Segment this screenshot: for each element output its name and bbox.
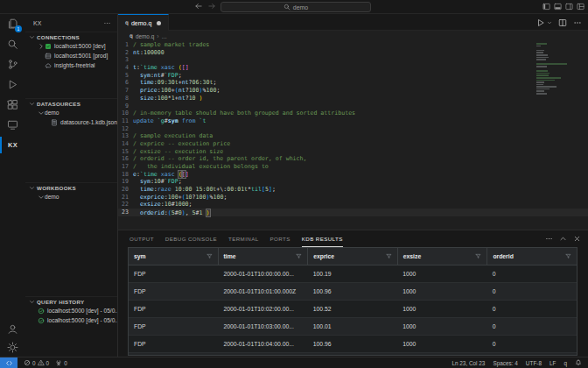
tab-demo-q[interactable]: q demo.q [118, 14, 169, 31]
activity-item-account[interactable] [0, 320, 25, 338]
filter-icon[interactable] [296, 253, 302, 259]
column-header-exprice[interactable]: exprice [307, 248, 397, 265]
code-line-20[interactable]: 20 time:raze 10:00 15:00t+\:00:01t*til[5… [118, 186, 588, 194]
code-line-8[interactable]: 8 size:100*1+nt?10 ) [118, 95, 588, 103]
layout-controls [542, 3, 584, 11]
tree-item[interactable]: demo [25, 192, 117, 202]
code-line-15[interactable]: 15/ exsize -- execution size [118, 148, 588, 156]
tree-item[interactable]: localhost:5001 [prod] [25, 51, 117, 60]
code-line-11[interactable]: 11update `g#sym from `t [118, 117, 588, 125]
code-line-7[interactable]: 7 price:100+(nt?100)%100; [118, 87, 588, 95]
panel-close-button[interactable] [573, 235, 581, 243]
code-line-14[interactable]: 14/ exprice -- execution price [118, 140, 588, 148]
layout-customize-icon[interactable] [577, 3, 584, 11]
code-line-13[interactable]: 13/ sample execution data [118, 132, 588, 140]
filter-icon[interactable] [386, 253, 392, 259]
layout-sidebar-right-icon[interactable] [565, 3, 573, 11]
code-line-12[interactable]: 12 [118, 125, 588, 133]
activity-item-remote-explorer[interactable] [0, 115, 25, 135]
remote-indicator[interactable] [0, 357, 18, 368]
column-header-time[interactable]: time [218, 248, 308, 265]
run-dropdown-icon[interactable] [547, 20, 552, 25]
section-header-connections[interactable]: CONNECTIONS [25, 32, 117, 41]
bottom-panel: OUTPUTDEBUG CONSOLETERMINALPORTSKDB RESU… [118, 230, 588, 357]
command-center-search[interactable]: demo [220, 2, 371, 12]
code-line-2[interactable]: 2nt:100000 [118, 49, 588, 57]
table-row[interactable]: FDP2000-01-01T10:03:00.00...100.0110000 [129, 318, 577, 336]
table-row[interactable]: FDP2000-01-01T10:04:00.00...100.9610000 [129, 336, 577, 353]
status-cursor-position[interactable]: Ln 23, Col 23 [452, 360, 485, 366]
section-header-datasources[interactable]: DATASOURCES [25, 98, 117, 108]
code-line-3[interactable]: 3 [118, 56, 588, 64]
code-line-17[interactable]: 17/ the individual execution belongs to [118, 163, 588, 171]
section-header-workbooks[interactable]: WORKBOOKS [25, 182, 117, 192]
status-eol[interactable]: LF [550, 360, 556, 366]
panel-tab-output[interactable]: OUTPUT [130, 230, 154, 247]
activity-item-settings[interactable] [0, 338, 25, 357]
tree-item[interactable]: localhost:5000 [dev] - 05/0... [25, 306, 117, 315]
problems-status[interactable]: 0 0 [24, 359, 49, 366]
code-line-23[interactable]: 23 orderid:(5#0), 5#1 ) [118, 209, 588, 216]
code-line-10[interactable]: 10/ in-memory table should have both gro… [118, 110, 588, 117]
code-line-5[interactable]: 5 sym:nt#`FDP; [118, 72, 588, 80]
filter-icon[interactable] [565, 253, 571, 259]
column-header-orderid[interactable]: orderid [486, 248, 577, 265]
editor-more-button[interactable] [573, 18, 582, 27]
layout-sidebar-left-icon[interactable] [542, 3, 550, 11]
forward-arrow-icon[interactable] [207, 2, 216, 11]
code-line-6[interactable]: 6 time:09:30t+nt?06:30t; [118, 79, 588, 87]
run-file-button[interactable] [536, 18, 545, 27]
code-line-19[interactable]: 19 sym:10#`FDP; [118, 178, 588, 186]
tree-item[interactable]: localhost:5000 [dev] [25, 41, 117, 51]
status-indentation[interactable]: Spaces: 4 [493, 360, 517, 366]
activity-item-search[interactable] [0, 34, 25, 54]
code-line-9[interactable]: 9 [118, 103, 588, 110]
table-row[interactable]: FDP2000-01-01T10:00:00.00...100.1910000 [129, 265, 577, 283]
back-arrow-icon[interactable] [194, 2, 203, 11]
code-line-1[interactable]: 1/ sample market trades [118, 41, 588, 49]
table-row[interactable]: FDP2000-01-01T10:0...100...10000 [129, 353, 577, 356]
check-circle-icon [38, 317, 45, 324]
column-header-sym[interactable]: sym [129, 248, 218, 265]
filter-icon[interactable] [206, 253, 213, 259]
code-line-16[interactable]: 16/ orderid -- order id, the parent orde… [118, 155, 588, 163]
notifications-bell-icon[interactable] [575, 359, 582, 366]
column-header-exsize[interactable]: exsize [397, 248, 487, 265]
filter-icon[interactable] [475, 253, 481, 259]
status-encoding[interactable]: UTF-8 [526, 360, 542, 366]
activity-item-explorer[interactable]: 1 [0, 14, 25, 34]
table-cell: 0 [487, 283, 577, 300]
code-line-4[interactable]: 4t:`time xasc ([] [118, 64, 588, 72]
code-line-21[interactable]: 21 exprice:100+(10?100)%100; [118, 194, 588, 202]
modified-dot-icon[interactable] [157, 21, 161, 25]
tree-item[interactable]: demo [25, 108, 117, 117]
sidebar-more-icon[interactable] [103, 19, 111, 27]
panel-more-button[interactable] [545, 235, 553, 243]
panel-tab-kdb-results[interactable]: KDB RESULTS [302, 230, 343, 247]
grid-header-row: symtimeexpriceexsizeorderid [129, 248, 577, 265]
breadcrumb[interactable]: q demo.q › … [118, 31, 588, 41]
split-editor-button[interactable] [558, 18, 567, 27]
code-line-22[interactable]: 22 exsize:10#1000; [118, 201, 588, 209]
ports-status[interactable]: 0 [55, 359, 67, 366]
layout-panel-icon[interactable] [554, 3, 562, 11]
activity-item-extensions[interactable] [0, 95, 25, 115]
panel-tab-debug-console[interactable]: DEBUG CONSOLE [165, 230, 217, 247]
tree-item[interactable]: localhost:5000 [dev] - 05/0... [25, 315, 117, 325]
status-language-mode[interactable]: q [564, 360, 567, 366]
code-line-18[interactable]: 18e:`time xasc ([] [118, 171, 588, 179]
panel-maximize-button[interactable] [559, 235, 567, 243]
panel-tab-terminal[interactable]: TERMINAL [228, 230, 259, 247]
activity-item-kx[interactable]: KX [0, 135, 25, 155]
kx-sidebar: KX CONNECTIONSlocalhost:5000 [dev]localh… [25, 14, 118, 357]
table-row[interactable]: FDP2000-01-01T10:02:00.00...100.5210000 [129, 301, 577, 318]
tree-item[interactable]: datasource-1.kdb.json [25, 117, 117, 127]
activity-item-run-debug[interactable] [0, 74, 25, 95]
section-header-query-history[interactable]: QUERY HISTORY [25, 296, 117, 306]
tree-item[interactable]: insights-freetrial [25, 60, 117, 70]
panel-tab-ports[interactable]: PORTS [270, 230, 290, 247]
minimap[interactable] [536, 43, 577, 96]
code-editor[interactable]: 1/ sample market trades2nt:10000034t:`ti… [118, 41, 588, 230]
activity-item-source-control[interactable] [0, 54, 25, 74]
table-row[interactable]: FDP2000-01-01T10:01:00.000Z100.9610000 [129, 283, 577, 301]
